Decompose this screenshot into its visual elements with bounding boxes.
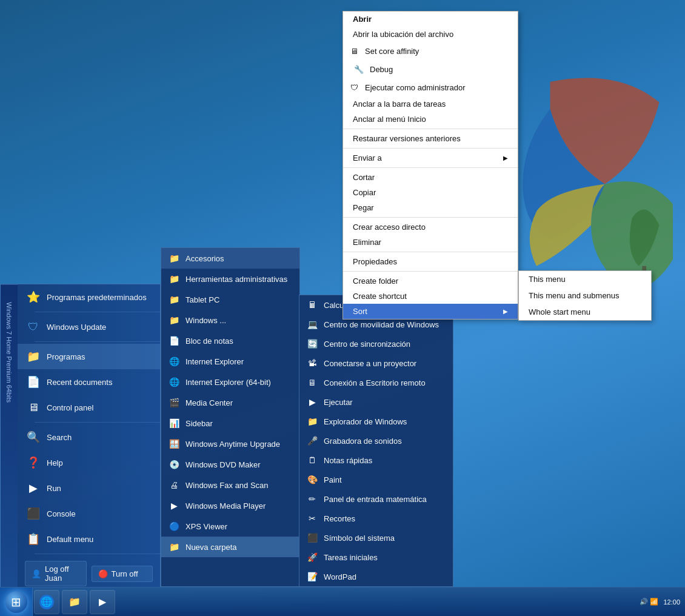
sidebar-item-programas-predeterminados[interactable]: ⭐ Programas predeterminados [18, 284, 160, 310]
prog-item-dvd-maker[interactable]: 💿 Windows DVD Maker [161, 454, 299, 475]
grabadora-label: Grabadora de sonidos [324, 437, 402, 446]
sort-whole-start-menu[interactable]: Whole start menu [519, 304, 651, 320]
prog-item-herramientas[interactable]: 📁 Herramientas administrativas [161, 269, 299, 289]
prog-item-bloc[interactable]: 📄 Bloc de notas [161, 330, 299, 351]
windows-update-label: Windows Update [47, 323, 106, 332]
ctx-enviar[interactable]: Enviar a [343, 150, 518, 166]
sidebar-item-run[interactable]: ▶ Run [18, 475, 160, 501]
ctx-eliminar-label: Eliminar [353, 238, 381, 247]
help-icon: ❓ [25, 454, 42, 471]
prog-item-media-center[interactable]: 🎬 Media Center [161, 392, 299, 413]
ctx-abrir[interactable]: Abrir [343, 12, 518, 27]
ctx-create-shortcut[interactable]: Create shortcut [343, 289, 518, 304]
sidebar-item-programas[interactable]: 📁 Programas [18, 344, 160, 369]
sidebar-item-recent-docs[interactable]: 📄 Recent documents [18, 369, 160, 395]
run-label: Run [47, 484, 61, 493]
ctx-eliminar[interactable]: Eliminar [343, 235, 518, 250]
programas-predeterminados-label: Programas predeterminados [47, 293, 147, 302]
sort-whole-start-menu-label: Whole start menu [529, 307, 590, 316]
prog-item-xps[interactable]: 🔵 XPS Viewer [161, 516, 299, 537]
ctx-copiar-label: Copiar [353, 188, 376, 197]
ctx-core-affinity[interactable]: 🖥 Set core affinity [343, 42, 518, 60]
ctx-propiedades[interactable]: Propiedades [343, 254, 518, 269]
ctx-pegar[interactable]: Pegar [343, 200, 518, 215]
explorador-icon: 📁 [306, 415, 319, 428]
bloc-label: Bloc de notas [185, 336, 233, 346]
sort-this-menu[interactable]: This menu [519, 271, 651, 287]
prog-item-windows[interactable]: 📁 Windows ... [161, 310, 299, 330]
logoff-row: 👤 Log off Juan 🔴 Turn off [18, 556, 160, 591]
ctx-copiar[interactable]: Copiar [343, 185, 518, 200]
accesorios-icon: 📁 [167, 252, 181, 265]
ctx-debug[interactable]: 🔧 Debug [343, 60, 518, 78]
sidebar-item-console[interactable]: ⬛ Console [18, 501, 160, 526]
acc-item-paint[interactable]: 🎨 Paint [299, 470, 453, 489]
sort-this-menu-submenus-label: This menu and submenus [529, 291, 620, 300]
sort-this-menu-submenus[interactable]: This menu and submenus [519, 287, 651, 304]
acc-item-remoto[interactable]: 🖥 Conexión a Escritorio remoto [299, 373, 453, 392]
ctx-anclar-barra[interactable]: Anclar a la barra de tareas [343, 96, 518, 112]
media-icon: ▶ [95, 595, 110, 609]
herramientas-label: Herramientas administrativas [185, 275, 287, 284]
ctx-anclar-inicio[interactable]: Anclar al menú Inicio [343, 112, 518, 127]
start-menu-items: ⭐ Programas predeterminados 🛡 Windows Up… [18, 284, 160, 591]
recortes-icon: ✂ [306, 512, 319, 525]
matematica-icon: ✏ [306, 492, 319, 506]
acc-item-ejecutar[interactable]: ▶ Ejecutar [299, 392, 453, 412]
sidebar-item-search[interactable]: 🔍 Search [18, 424, 160, 450]
ctx-restaurar[interactable]: Restaurar versiones anteriores [343, 131, 518, 146]
prog-item-media-player[interactable]: ▶ Windows Media Player [161, 495, 299, 516]
ctx-sep-5 [343, 252, 518, 252]
ctx-cortar[interactable]: Cortar [343, 170, 518, 185]
movilidad-label: Centro de movilidad de Windows [324, 320, 439, 329]
prog-item-nueva-carpeta[interactable]: 📁 Nueva carpeta [161, 537, 299, 557]
search-label: Search [47, 433, 72, 442]
ctx-crear-acceso[interactable]: Crear acceso directo [343, 219, 518, 235]
explorer-icon: 📁 [67, 595, 82, 609]
paint-label: Paint [324, 475, 342, 484]
prog-item-ie64[interactable]: 🌐 Internet Explorer (64-bit) [161, 372, 299, 392]
taskbar-ie-button[interactable]: 🌐 [34, 590, 59, 614]
ctx-administrador[interactable]: 🛡 Ejecutar como administrador [343, 78, 518, 96]
acc-item-recortes[interactable]: ✂ Recortes [299, 509, 453, 528]
acc-item-simbolo[interactable]: ⬛ Símbolo del sistema [299, 528, 453, 547]
prog-item-anytime[interactable]: 🪟 Windows Anytime Upgrade [161, 434, 299, 454]
acc-item-matematica[interactable]: ✏ Panel de entrada matemática [299, 489, 453, 509]
tareas-icon: 🚀 [306, 551, 319, 564]
prog-item-ie[interactable]: 🌐 Internet Explorer [161, 351, 299, 372]
windows-folder-icon: 📁 [167, 313, 181, 327]
sidebar-item-windows-update[interactable]: 🛡 Windows Update [18, 314, 160, 340]
sidebar-item-default-menu[interactable]: 📋 Default menu [18, 526, 160, 552]
acc-item-notas[interactable]: 🗒 Notas rápidas [299, 450, 453, 470]
ctx-create-folder[interactable]: Create folder [343, 273, 518, 289]
prog-item-accesorios[interactable]: 📁 Accesorios [161, 248, 299, 269]
taskbar-explorer-button[interactable]: 📁 [62, 590, 87, 614]
start-button[interactable]: ⊞ [0, 588, 33, 617]
logoff-button[interactable]: 👤 Log off Juan [25, 561, 87, 586]
acc-item-sincronizacion[interactable]: 🔄 Centro de sincronización [299, 334, 453, 353]
prog-item-fax[interactable]: 🖨 Windows Fax and Scan [161, 475, 299, 495]
turnoff-button[interactable]: 🔴 Turn off [92, 566, 153, 582]
acc-item-explorador[interactable]: 📁 Explorador de Windows [299, 412, 453, 431]
default-menu-icon: 📋 [25, 531, 42, 547]
sidebar-item-control-panel[interactable]: 🖥 Control panel [18, 395, 160, 420]
ie-prog-icon: 🌐 [167, 355, 181, 368]
acc-item-tareas[interactable]: 🚀 Tareas iniciales [299, 547, 453, 567]
acc-item-wordpad[interactable]: 📝 WordPad [299, 567, 453, 586]
movilidad-icon: 💻 [306, 318, 319, 331]
acc-item-proyector[interactable]: 📽 Conectarse a un proyector [299, 353, 453, 373]
taskbar-media-button[interactable]: ▶ [90, 590, 115, 614]
ie64-label: Internet Explorer (64-bit) [185, 378, 271, 387]
context-menu: Abrir Abrir la ubicación del archivo 🖥 S… [343, 11, 518, 320]
paint-icon: 🎨 [306, 473, 319, 486]
acc-item-grabadora[interactable]: 🎤 Grabadora de sonidos [299, 431, 453, 450]
taskbar: ⊞ 🌐 📁 ▶ 🔊 📶 12:00 [0, 587, 685, 616]
ctx-abrir-ubicacion[interactable]: Abrir la ubicación del archivo [343, 27, 518, 42]
taskbar-right: 🔊 📶 12:00 [640, 598, 685, 606]
proyector-icon: 📽 [306, 357, 319, 370]
ctx-sort[interactable]: Sort [343, 304, 518, 319]
prog-item-tablet[interactable]: 📁 Tablet PC [161, 289, 299, 310]
prog-item-sidebar[interactable]: 📊 Sidebar [161, 413, 299, 434]
sidebar-item-help[interactable]: ❓ Help [18, 450, 160, 475]
nueva-carpeta-label: Nueva carpeta [185, 543, 237, 552]
